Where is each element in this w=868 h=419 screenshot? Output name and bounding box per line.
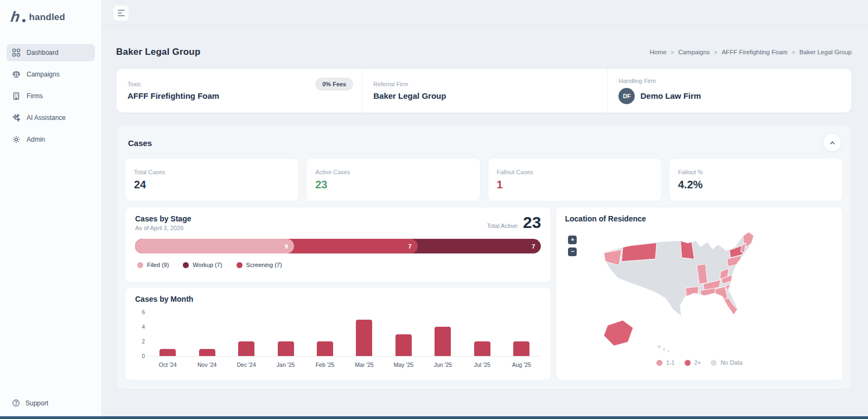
bottom-accent-bar — [0, 416, 868, 419]
state-hawaii — [658, 345, 661, 348]
breadcrumb-campaign-name[interactable]: AFFF Firefighting Foam — [722, 49, 787, 55]
zoom-out-button[interactable]: − — [568, 247, 577, 256]
help-icon — [12, 399, 20, 407]
month-bar-Jan '25[interactable] — [278, 341, 294, 356]
summary-toxic: Toxic AFFF Firefighting Foam 0% Fees — [117, 69, 362, 112]
month-bar-Jul '25[interactable] — [474, 341, 490, 356]
legend-dot — [183, 262, 189, 268]
support-label: Support — [25, 399, 48, 407]
total-active-label: Total Active: — [487, 223, 519, 229]
legend-dot — [656, 360, 662, 366]
month-bar-Oct '24[interactable] — [159, 349, 176, 357]
sidebar-toggle-icon — [118, 10, 125, 11]
stat-label: Fallout Cases — [497, 169, 653, 175]
zoom-in-button[interactable]: + — [568, 236, 577, 244]
y-axis-tick: 6 — [135, 309, 145, 315]
month-bar-Mar '25[interactable] — [356, 320, 372, 357]
month-bar-Feb '25[interactable] — [317, 341, 333, 356]
location-of-residence-card: Location of Residence + − — [556, 207, 843, 380]
stat-label: Fallout % — [678, 169, 834, 175]
cases-by-stage-card: Cases by Stage As of April 3, 2026 Total… — [125, 207, 551, 283]
state-alaska — [604, 320, 633, 345]
stat-fallout-percent: Fallout % 4.2% — [669, 158, 843, 201]
sidebar-item-label: Campaigns — [27, 71, 60, 78]
stat-value: 24 — [134, 179, 290, 191]
legend-item-workup: Workup (7) — [183, 262, 222, 268]
sidebar-item-admin[interactable]: Admin — [7, 131, 95, 148]
total-active-value: 23 — [523, 214, 541, 231]
sidebar-footer: Support — [7, 395, 95, 411]
stage-segment-value: 9 — [285, 243, 288, 250]
stat-active-cases: Active Cases 23 — [306, 158, 480, 201]
stat-value: 4.2% — [678, 179, 834, 191]
stat-value: 1 — [497, 179, 653, 191]
referral-firm-value: Baker Legal Group — [373, 91, 596, 100]
sidebar-toggle-button[interactable] — [113, 5, 129, 21]
legend-dot — [137, 262, 143, 268]
x-axis-label: Aug '25 — [502, 361, 541, 368]
stage-chart-subtitle: As of April 3, 2026 — [135, 225, 192, 231]
app-logo[interactable]: h handled — [7, 10, 95, 24]
breadcrumb-home[interactable]: Home — [650, 49, 667, 55]
month-bar-Nov '24[interactable] — [199, 349, 215, 357]
stat-total-cases: Total Cases 24 — [125, 158, 299, 201]
toxic-value: AFFF Firefighting Foam — [127, 91, 351, 100]
handling-firm-label: Handling Firm — [618, 78, 840, 84]
logo-h-icon: h — [10, 10, 21, 24]
legend-item-screening: Screening (7) — [237, 262, 282, 268]
topbar — [102, 0, 868, 26]
map-zoom-controls: + − — [568, 236, 577, 256]
legend-label: Screening (7) — [246, 262, 282, 268]
breadcrumb-campaigns[interactable]: Campaigns — [678, 49, 710, 55]
state-florida — [718, 298, 738, 315]
stat-label: Total Cases — [134, 169, 290, 175]
legend-label: 2+ — [694, 359, 701, 366]
month-bar-Dec '24[interactable] — [238, 341, 254, 356]
referral-firm-label: Referral Firm — [373, 81, 596, 87]
main-area: Baker Legal Group Home > Campaigns > AFF… — [102, 0, 868, 419]
stage-stacked-bar[interactable]: 977 — [135, 239, 541, 253]
us-map[interactable] — [565, 226, 834, 371]
page-content: Baker Legal Group Home > Campaigns > AFF… — [102, 26, 868, 390]
legend-label: Workup (7) — [193, 262, 222, 268]
sidebar: h handled Dashboard Campaigns Firms AI A… — [0, 0, 102, 419]
stat-fallout-cases: Fallout Cases 1 — [488, 158, 662, 201]
sidebar-item-campaigns[interactable]: Campaigns — [7, 66, 95, 83]
x-axis-label: Jul '25 — [463, 361, 502, 368]
collapse-section-button[interactable] — [824, 134, 841, 151]
stats-row: Total Cases 24 Active Cases 23 Fallout C… — [125, 158, 843, 201]
x-axis-label: May '25 — [384, 361, 423, 368]
x-axis-label: Jun '25 — [423, 361, 462, 368]
sidebar-item-label: Admin — [27, 136, 45, 143]
state-hawaii — [668, 350, 670, 352]
sidebar-item-label: Firms — [27, 92, 43, 100]
sidebar-item-firms[interactable]: Firms — [7, 87, 95, 105]
stat-label: Active Cases — [315, 169, 471, 175]
page-title: Baker Legal Group — [116, 47, 201, 58]
month-bar-Aug '25[interactable] — [513, 341, 529, 356]
stat-value: 23 — [315, 179, 471, 191]
sidebar-item-dashboard[interactable]: Dashboard — [7, 44, 95, 61]
legend-label: Filed (9) — [147, 262, 169, 268]
state-minnesota — [681, 241, 694, 259]
x-axis-label: Dec '24 — [227, 361, 266, 368]
scales-icon — [12, 70, 21, 79]
y-axis-tick: 0 — [135, 353, 145, 359]
month-bar-Jun '25[interactable] — [435, 327, 451, 356]
cases-section-title: Cases — [128, 138, 152, 148]
legend-dot — [711, 360, 717, 366]
sidebar-nav: Dashboard Campaigns Firms AI Assistance … — [7, 44, 95, 148]
x-axis-label: Nov '24 — [187, 361, 226, 368]
legend-label: No Data — [720, 359, 742, 366]
sidebar-item-ai-assistance[interactable]: AI Assistance — [7, 109, 95, 126]
month-bar-May '25[interactable] — [395, 334, 412, 357]
state-montana — [622, 243, 657, 262]
summary-handling-firm: Handling Firm DF Demo Law Firm — [607, 69, 851, 112]
breadcrumb-separator: > — [714, 49, 717, 55]
month-chart-title: Cases by Month — [135, 295, 541, 303]
stage-segment-value: 7 — [409, 243, 412, 250]
support-button[interactable]: Support — [7, 395, 95, 411]
legend-label: 1-1 — [666, 359, 675, 366]
state-connecticut — [743, 255, 748, 259]
legend-dot — [237, 262, 242, 268]
